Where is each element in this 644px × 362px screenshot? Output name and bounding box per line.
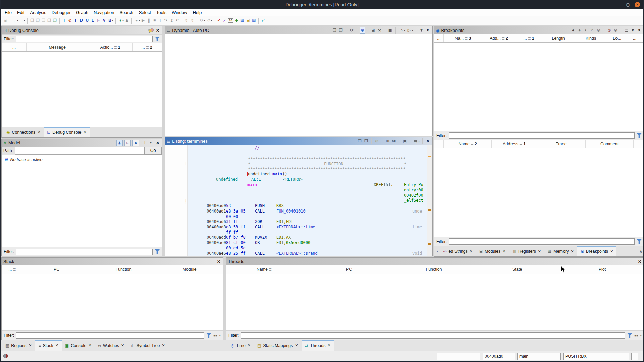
resume-icon[interactable]: ▶ [140,18,146,23]
listing-run[interactable]: * [404,162,406,166]
table-columns-icon[interactable]: ☷ [634,333,638,338]
track-pc-icon[interactable]: ⊕ [360,27,365,34]
column-header-Lo[interactable]: Lo... [607,34,627,42]
listing-run[interactable]: 00400ae6 [207,251,226,256]
listing-run[interactable]: FUNCTION [324,162,343,166]
console-filter-input[interactable] [16,36,153,42]
interrupt-icon[interactable]: ∥ [146,18,152,23]
tab-watches[interactable]: ∞Watches✕ [95,340,127,351]
listing-run[interactable]: 00400ad0 [207,203,226,208]
column-header-3[interactable]: ...≣2 [133,43,161,51]
measure-icon[interactable]: ∕ [222,18,227,23]
tab-modules[interactable]: ⊞Modules✕ [476,246,509,256]
listing-run[interactable]: _elfSect [404,198,423,203]
paste-icon-1[interactable]: ❐ [35,18,41,23]
listing-run[interactable]: void [412,251,422,256]
filter-funnel-icon[interactable] [206,333,211,338]
tab-defined-strings[interactable]: abed Strings✕ [440,246,476,256]
elements-toggle[interactable]: E [124,140,131,146]
merge-views-icon[interactable]: ⋈ [391,138,397,144]
step-over-icon[interactable]: ↷ [163,18,169,23]
function-icon[interactable]: F [96,18,101,23]
tab-close-icon[interactable]: ✕ [470,249,473,254]
tab-close-icon[interactable]: ✕ [248,343,251,348]
variable-icon[interactable]: V [101,18,107,23]
toggle-breakpoints-icon[interactable]: ◐ [583,27,589,33]
column-header-Name[interactable]: Name≣2 [444,140,492,148]
listing-run[interactable]: 00400ad1 [207,209,226,214]
filter-options-dropdown-icon[interactable]: ▾ [219,334,221,337]
column-header-3[interactable]: ...≣1 [516,34,542,42]
listing-run[interactable]: ****************************************… [248,167,406,171]
column-header-Function[interactable]: Function [396,265,472,274]
tab-stack[interactable]: ≡Stack✕ [35,340,62,351]
track-selection-icon[interactable]: ▷ [406,27,412,33]
menu-edit[interactable]: Edit [14,10,27,15]
refresh-icon[interactable]: ⟳ [349,27,355,33]
filter-funnel-icon[interactable] [627,333,632,338]
no-breakpoints-icon[interactable]: ⊘ [596,27,601,33]
column-header-Trace[interactable]: Trace [537,140,586,148]
menu-search[interactable]: Search [117,10,136,15]
listing-run[interactable]: XOR [255,219,262,224]
listing-run[interactable]: EDI,AX [276,235,291,240]
listing-run[interactable]: EDI, [276,240,286,245]
copy-icon[interactable]: ❐ [29,18,35,23]
listing-run[interactable]: CALL [255,209,265,214]
breakpoints-filter-input[interactable] [449,132,635,139]
table-columns-icon[interactable]: ☷ [213,333,217,338]
listing-run[interactable]: EDI,EDI [276,219,293,224]
refresh-memory-icon-dropdown[interactable]: ▾ [204,19,205,22]
menu-tools[interactable]: Tools [154,10,169,15]
record-icon-dropdown[interactable]: ▾ [139,19,140,22]
clear-breakpoint-icon[interactable]: ⊗ [606,27,612,33]
snapshot-icon[interactable]: ▣ [387,27,393,33]
listing-run[interactable]: MOVZX [255,235,267,240]
kill-icon[interactable]: ■ [152,18,157,23]
table-view-icon-2[interactable]: ▦ [251,18,257,23]
column-header-Add[interactable]: Add...≣2 [482,34,516,42]
tab-console[interactable]: ▣Console✕ [62,340,95,351]
column-header-Message[interactable]: Message [27,43,88,51]
paste-icon[interactable]: ❐ [363,138,369,144]
tab-close-icon[interactable]: ✕ [83,130,86,135]
column-header-Plot[interactable]: Plot [562,265,642,274]
listing-run[interactable]: undefined [216,177,238,182]
clone-icon[interactable]: ❐ [141,140,146,146]
edit-mode-icon[interactable]: ▤ [413,138,418,144]
listing-run[interactable]: 0x5eed0000 [286,240,310,245]
listing-run[interactable]: AL:1 [251,177,261,182]
register-user-icon[interactable]: ♟ [124,18,130,23]
listing-run[interactable]: PUSH [255,203,265,208]
enable-all-breakpoints-icon[interactable]: ● [570,27,576,33]
listing-run[interactable]: undefined [248,172,272,176]
listing-run[interactable]: Entry Po [404,182,423,187]
clear-all-breakpoints-icon[interactable]: ⊗ [613,27,619,33]
listing-run[interactable]: 00400add [207,235,226,240]
base-ten-icon[interactable]: 10 [228,18,233,23]
filter-funnel-icon[interactable] [637,239,642,244]
column-header-State[interactable]: State [472,265,562,274]
menu-select[interactable]: Select [136,10,154,15]
listing-run[interactable]: ****************************************… [248,157,406,161]
paste-icon[interactable]: ❐ [338,27,344,33]
go-button[interactable]: Go [144,147,162,155]
listing-run[interactable]: 53 [226,203,231,208]
byte-icon-dropdown[interactable]: ▾ [112,19,113,22]
archive-folder-icon[interactable]: ⊟ [245,18,251,23]
goto-icon-dropdown[interactable]: ▾ [404,29,405,32]
emulate-on-icon[interactable]: ↯ [184,18,190,23]
listing-code-area[interactable]: //**************************************… [188,145,427,256]
tab-close-icon[interactable]: ✕ [538,249,541,254]
clear-console-icon[interactable] [148,28,154,33]
listing-run[interactable]: 00 00 [226,214,238,219]
paste-icon-3[interactable]: ❐ [46,18,52,23]
menu-window[interactable]: Window [169,10,190,15]
listing-run[interactable]: 00 ed 5e [226,246,246,250]
tab-close-icon[interactable]: ✕ [121,343,124,348]
column-header-0[interactable]: ... [2,43,27,51]
listing-run[interactable]: () [282,172,287,176]
tab-close-icon[interactable]: ✕ [571,249,574,254]
tab-close-icon[interactable]: ✕ [88,343,91,348]
menu-navigation[interactable]: Navigation [91,10,117,15]
